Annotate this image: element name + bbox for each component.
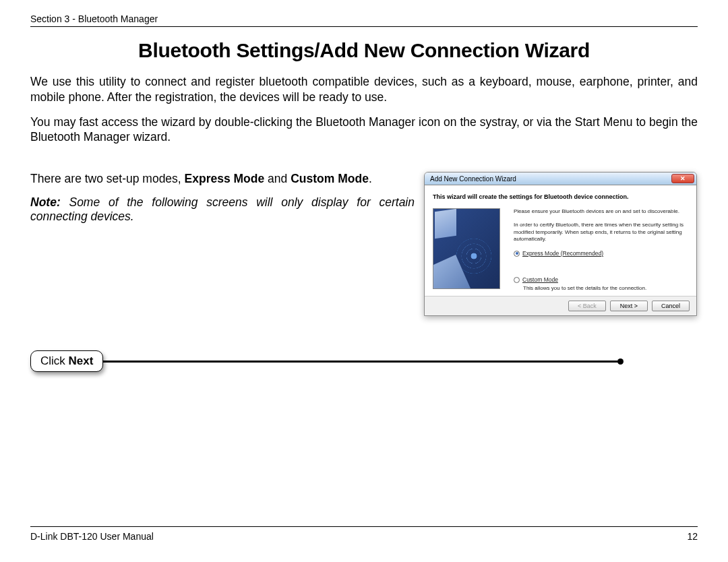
express-mode-radio-row[interactable]: Express Mode (Recommended) [514, 250, 688, 257]
custom-mode-radio-row[interactable]: Custom Mode [514, 276, 688, 284]
custom-mode-label: Custom Mode [522, 276, 558, 284]
wizard-title-text: Add New Connection Wizard [430, 175, 516, 183]
back-button: < Back [568, 301, 606, 311]
right-column: Add New Connection Wizard ✕ This wizard … [424, 172, 698, 316]
page-footer: D-Link DBT-120 User Manual 12 [30, 526, 698, 542]
wizard-titlebar: Add New Connection Wizard ✕ [425, 173, 696, 185]
radio-icon [514, 277, 520, 283]
modes-post: . [369, 172, 372, 185]
next-button[interactable]: Next > [610, 301, 648, 311]
wizard-certify-text: In order to certify Bluetooth, there are… [514, 222, 688, 243]
footer-manual: D-Link DBT-120 User Manual [30, 531, 154, 542]
footer-page-number: 12 [687, 531, 698, 542]
intro-paragraph-2: You may fast access the wizard by double… [30, 115, 698, 146]
modes-mid: and [264, 172, 291, 185]
close-button[interactable]: ✕ [671, 174, 694, 183]
intro-paragraph-1: We use this utility to connect and regis… [30, 74, 698, 105]
note-line: Note: Some of the following screens will… [30, 195, 415, 224]
callout-box: Click Next [30, 350, 103, 372]
callout-bold: Next [69, 354, 94, 367]
section-header: Section 3 - Bluetooth Manager [30, 13, 698, 27]
wizard-ensure-text: Please ensure your Bluetooth devices are… [514, 208, 688, 215]
close-icon: ✕ [680, 175, 686, 182]
express-mode-label: Express Mode (Recommended) [522, 250, 603, 257]
custom-mode-bold: Custom Mode [291, 172, 369, 185]
callout-dot [617, 358, 624, 365]
callout-line [102, 361, 619, 363]
left-column: There are two set-up modes, Express Mode… [30, 172, 415, 224]
wizard-options: Please ensure your Bluetooth devices are… [514, 208, 688, 292]
note-text: Some of the following screens will only … [30, 195, 415, 223]
modes-pre: There are two set-up modes, [30, 172, 185, 185]
radio-icon-selected [514, 251, 520, 257]
cancel-button[interactable]: Cancel [652, 301, 690, 311]
custom-mode-desc: This allows you to set the details for t… [523, 285, 688, 292]
callout-pre: Click [40, 354, 69, 367]
wizard-illustration [433, 208, 500, 289]
express-mode-bold: Express Mode [185, 172, 265, 185]
wizard-footer: < Back Next > Cancel [425, 296, 696, 315]
page-title: Bluetooth Settings/Add New Connection Wi… [30, 39, 698, 62]
wizard-body: This wizard will create the settings for… [425, 185, 696, 296]
wizard-window: Add New Connection Wizard ✕ This wizard … [424, 172, 697, 316]
note-label: Note: [30, 195, 61, 209]
wizard-intro: This wizard will create the settings for… [433, 193, 688, 200]
modes-line: There are two set-up modes, Express Mode… [30, 172, 415, 186]
callout: Click Next [30, 350, 624, 372]
